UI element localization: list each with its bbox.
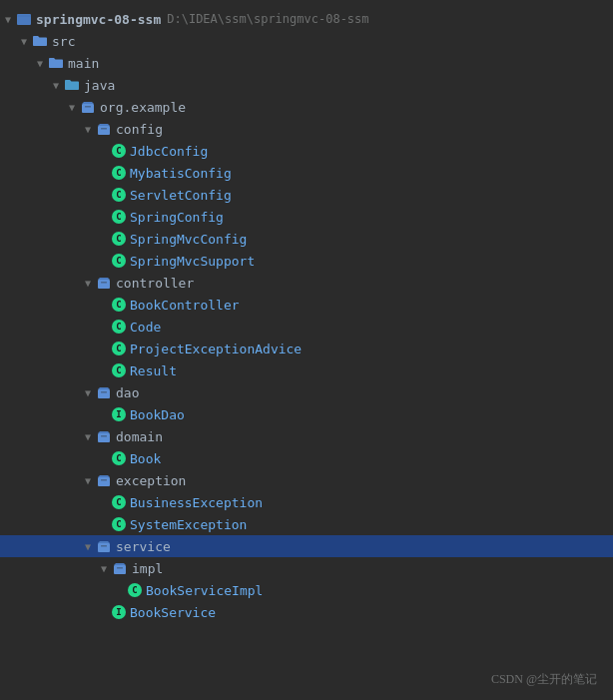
- item-label: ServletConfig: [130, 188, 232, 203]
- item-label: BookServiceImpl: [146, 583, 263, 598]
- interface-icon: I: [112, 605, 126, 619]
- tree-item-SystemException[interactable]: CSystemException: [0, 513, 613, 535]
- tree-item-java[interactable]: java: [0, 74, 613, 96]
- expand-arrow[interactable]: [48, 80, 64, 91]
- project-path: D:\IDEA\ssm\springmvc-08-ssm: [167, 12, 368, 26]
- package-icon: [96, 428, 112, 444]
- svg-rect-9: [98, 433, 110, 442]
- svg-rect-5: [98, 280, 110, 289]
- svg-rect-6: [101, 282, 107, 284]
- expand-arrow[interactable]: [80, 431, 96, 442]
- tree-item-impl[interactable]: impl: [0, 557, 613, 579]
- item-label: ProjectExceptionAdvice: [130, 342, 302, 356]
- class-icon: C: [112, 363, 126, 377]
- expand-arrow[interactable]: [96, 563, 112, 574]
- expand-arrow[interactable]: [80, 278, 96, 289]
- item-label: JdbcConfig: [130, 144, 208, 159]
- svg-rect-11: [98, 477, 110, 486]
- tree-item-domain[interactable]: domain: [0, 425, 613, 447]
- tree-item-main[interactable]: main: [0, 52, 613, 74]
- item-label: impl: [132, 561, 163, 576]
- item-label: BookDao: [130, 407, 185, 422]
- expand-arrow[interactable]: [64, 102, 80, 113]
- tree-item-MybatisConfig[interactable]: CMybatisConfig: [0, 162, 613, 184]
- svg-rect-14: [101, 545, 107, 547]
- class-icon: C: [112, 232, 126, 246]
- tree-item-exception[interactable]: exception: [0, 469, 613, 491]
- item-label: BookController: [130, 298, 240, 313]
- svg-rect-12: [101, 479, 107, 481]
- tree-item-service[interactable]: service: [0, 535, 613, 557]
- svg-rect-2: [85, 106, 91, 108]
- item-label: exception: [116, 473, 186, 488]
- class-icon: C: [112, 166, 126, 180]
- folder-icon: [48, 55, 64, 71]
- item-label: Code: [130, 320, 161, 335]
- tree-item-JdbcConfig[interactable]: CJdbcConfig: [0, 140, 613, 162]
- package-icon: [96, 538, 112, 554]
- expand-arrow[interactable]: [80, 541, 96, 552]
- item-label: main: [68, 56, 99, 71]
- tree-item-src[interactable]: src: [0, 30, 613, 52]
- item-label: SpringConfig: [130, 210, 224, 225]
- class-icon: C: [112, 320, 126, 334]
- svg-rect-7: [98, 389, 110, 398]
- expand-arrow[interactable]: [80, 124, 96, 135]
- item-label: Result: [130, 363, 177, 378]
- tree-item-BookServiceImpl[interactable]: CBookServiceImpl: [0, 579, 613, 601]
- tree-item-root[interactable]: springmvc-08-ssmD:\IDEA\ssm\springmvc-08…: [0, 8, 613, 30]
- item-label: domain: [116, 429, 163, 444]
- expand-arrow[interactable]: [80, 475, 96, 486]
- tree-item-ServletConfig[interactable]: CServletConfig: [0, 184, 613, 206]
- tree-item-Book[interactable]: CBook: [0, 447, 613, 469]
- item-label: org.example: [100, 100, 186, 115]
- class-icon: C: [112, 254, 126, 268]
- package-icon: [80, 99, 96, 115]
- expand-arrow[interactable]: [16, 36, 32, 47]
- item-label: java: [84, 78, 115, 93]
- tree-item-Result[interactable]: CResult: [0, 359, 613, 381]
- tree-item-dao[interactable]: dao: [0, 381, 613, 403]
- tree-item-BookService[interactable]: IBookService: [0, 601, 613, 623]
- item-label: Book: [130, 451, 161, 466]
- tree-item-SpringConfig[interactable]: CSpringConfig: [0, 206, 613, 228]
- class-icon: C: [112, 188, 126, 202]
- package-icon: [112, 560, 128, 576]
- item-label: SpringMvcSupport: [130, 254, 255, 269]
- tree-item-controller[interactable]: controller: [0, 272, 613, 294]
- class-icon: C: [112, 517, 126, 531]
- item-label: BookService: [130, 605, 216, 620]
- project-label: springmvc-08-ssm: [36, 12, 161, 27]
- svg-rect-0: [17, 14, 31, 25]
- tree-item-ProjectExceptionAdvice[interactable]: CProjectExceptionAdvice: [0, 338, 613, 359]
- expand-arrow[interactable]: [80, 387, 96, 398]
- tree-item-Code[interactable]: CCode: [0, 316, 613, 338]
- tree-item-config[interactable]: config: [0, 118, 613, 140]
- item-label: controller: [116, 276, 194, 291]
- item-label: SpringMvcConfig: [130, 232, 247, 247]
- interface-icon: I: [112, 407, 126, 421]
- class-icon: C: [112, 495, 126, 509]
- project-icon: [16, 11, 32, 27]
- tree-item-BookController[interactable]: CBookController: [0, 294, 613, 316]
- tree-item-SpringMvcConfig[interactable]: CSpringMvcConfig: [0, 228, 613, 250]
- tree-item-org.example[interactable]: org.example: [0, 96, 613, 118]
- folder-icon: [64, 77, 80, 93]
- class-icon: C: [112, 298, 126, 312]
- expand-arrow[interactable]: [0, 14, 16, 25]
- item-label: service: [116, 539, 171, 554]
- class-icon: C: [112, 451, 126, 465]
- class-icon: C: [128, 583, 142, 597]
- item-label: config: [116, 122, 163, 137]
- svg-rect-4: [101, 128, 107, 130]
- package-icon: [96, 472, 112, 488]
- item-label: src: [52, 34, 75, 49]
- item-label: SystemException: [130, 517, 247, 532]
- expand-arrow[interactable]: [32, 58, 48, 69]
- svg-rect-16: [117, 567, 123, 569]
- tree-item-SpringMvcSupport[interactable]: CSpringMvcSupport: [0, 250, 613, 272]
- package-icon: [96, 384, 112, 400]
- tree-item-BusinessException[interactable]: CBusinessException: [0, 491, 613, 513]
- tree-item-BookDao[interactable]: IBookDao: [0, 403, 613, 425]
- svg-rect-13: [98, 543, 110, 552]
